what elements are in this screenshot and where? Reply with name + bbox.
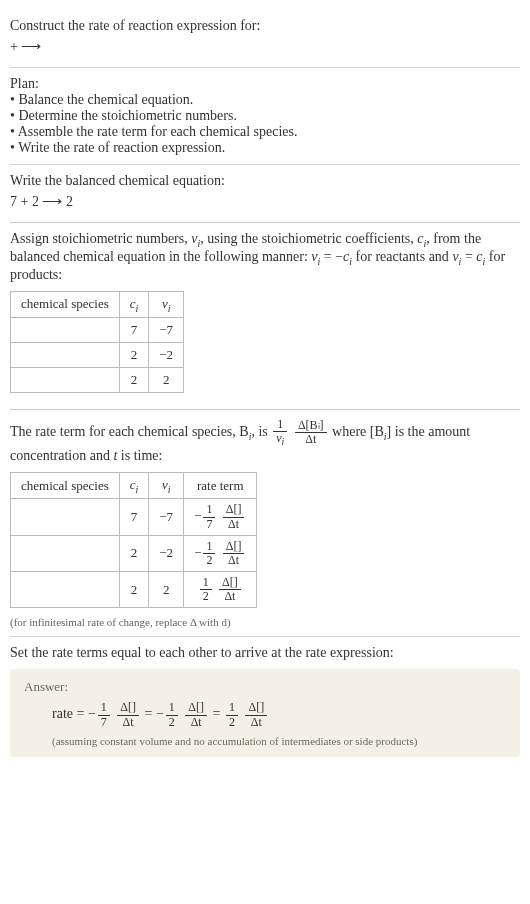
cell-nu: −2 xyxy=(149,343,184,368)
cell-rateterm: −17 Δ[]Δt xyxy=(184,499,257,535)
cell-rateterm: 12 Δ[]Δt xyxy=(184,572,257,608)
cell-c: 2 xyxy=(119,368,149,393)
table-row: 2 2 xyxy=(11,368,184,393)
frac-den: 7 xyxy=(203,518,215,531)
prompt-equation: + ⟶ xyxy=(10,38,520,55)
answer-note: (assuming constant volume and no accumul… xyxy=(24,735,506,747)
col-species: chemical species xyxy=(11,472,120,499)
frac-den: Δt xyxy=(245,716,267,729)
text: , is xyxy=(251,424,271,439)
text: , using the stoichiometric coefficients, xyxy=(200,231,417,246)
frac-num: Δ[] xyxy=(223,540,245,554)
fraction: 12 xyxy=(166,701,178,728)
fraction: Δ[]Δt xyxy=(219,576,241,603)
frac-den: 2 xyxy=(203,554,215,567)
plan-section: Plan: • Balance the chemical equation. •… xyxy=(10,68,520,165)
prompt-line1: Construct the rate of reaction expressio… xyxy=(10,18,520,34)
frac-den: νi xyxy=(273,432,287,447)
fraction: 12 xyxy=(200,576,212,603)
answer-title: Answer: xyxy=(24,679,506,695)
plan-item: • Balance the chemical equation. xyxy=(10,92,520,108)
rateterm-section: The rate term for each chemical species,… xyxy=(10,410,520,637)
table-row: 2 2 12 Δ[]Δt xyxy=(11,572,257,608)
balanced-equation: 7 + 2 ⟶ 2 xyxy=(10,193,520,210)
equals: = xyxy=(145,706,156,721)
frac-den: 2 xyxy=(226,716,238,729)
frac-den: Δt xyxy=(185,716,207,729)
sub-i: i xyxy=(168,302,171,313)
stoich-intro: Assign stoichiometric numbers, νi, using… xyxy=(10,231,520,283)
balance-title: Write the balanced chemical equation: xyxy=(10,173,520,189)
frac-num: 1 xyxy=(200,576,212,590)
cell-species xyxy=(11,343,120,368)
frac-num: Δ[] xyxy=(223,503,245,517)
text: is time: xyxy=(117,448,162,463)
cell-species xyxy=(11,499,120,535)
equals: = xyxy=(213,706,224,721)
frac-den: 2 xyxy=(166,716,178,729)
frac-num: Δ[] xyxy=(245,701,267,715)
frac-num: 1 xyxy=(203,503,215,517)
cell-nu: 2 xyxy=(149,368,184,393)
frac-den: Δt xyxy=(219,590,241,603)
text: where [B xyxy=(332,424,384,439)
col-rateterm: rate term xyxy=(184,472,257,499)
fraction: 12 xyxy=(226,701,238,728)
rateterm-table: chemical species ci νi rate term 7 −7 −1… xyxy=(10,472,257,609)
frac-num: Δ[] xyxy=(219,576,241,590)
text: = xyxy=(461,249,476,264)
table-row: 7 −7 xyxy=(11,318,184,343)
text: Assign stoichiometric numbers, xyxy=(10,231,191,246)
rate-label: rate = xyxy=(52,706,88,721)
table-row: 2 −2 −12 Δ[]Δt xyxy=(11,535,257,571)
stoich-table: chemical species ci νi 7 −7 2 −2 2 2 xyxy=(10,291,184,394)
table-header-row: chemical species ci νi xyxy=(11,291,184,318)
frac-num: 1 xyxy=(273,418,287,432)
cell-c: 7 xyxy=(119,499,149,535)
frac-num: 1 xyxy=(226,701,238,715)
fraction: 17 xyxy=(98,701,110,728)
table-header-row: chemical species ci νi rate term xyxy=(11,472,257,499)
cell-species xyxy=(11,572,120,608)
table-row: 2 −2 xyxy=(11,343,184,368)
frac-num: Δ[] xyxy=(117,701,139,715)
sub-i: i xyxy=(136,483,139,494)
text: The rate term for each chemical species,… xyxy=(10,424,249,439)
text: for reactants and xyxy=(352,249,452,264)
fraction: Δ[]Δt xyxy=(185,701,207,728)
cell-species xyxy=(11,318,120,343)
sign: − xyxy=(88,706,96,721)
cell-nu: −2 xyxy=(149,535,184,571)
col-nui: νi xyxy=(149,472,184,499)
col-nui: νi xyxy=(149,291,184,318)
final-title: Set the rate terms equal to each other t… xyxy=(10,645,520,661)
plan-item: • Determine the stoichiometric numbers. xyxy=(10,108,520,124)
fraction: Δ[]Δt xyxy=(117,701,139,728)
fraction: Δ[]Δt xyxy=(223,540,245,567)
table-row: 7 −7 −17 Δ[]Δt xyxy=(11,499,257,535)
fraction: Δ[]Δt xyxy=(223,503,245,530)
answer-expression: rate = −17 Δ[]Δt = −12 Δ[]Δt = 12 Δ[]Δt xyxy=(24,701,506,728)
plan-title: Plan: xyxy=(10,76,520,92)
cell-species xyxy=(11,535,120,571)
cell-species xyxy=(11,368,120,393)
frac-den: Δt xyxy=(295,433,327,446)
fraction: Δ[]Δt xyxy=(245,701,267,728)
cell-c: 2 xyxy=(119,572,149,608)
cell-nu: −7 xyxy=(149,318,184,343)
answer-box: Answer: rate = −17 Δ[]Δt = −12 Δ[]Δt = 1… xyxy=(10,669,520,756)
fraction: 12 xyxy=(203,540,215,567)
frac-den: 2 xyxy=(200,590,212,603)
frac-num: 1 xyxy=(166,701,178,715)
frac-den: 7 xyxy=(98,716,110,729)
frac-num: Δ[] xyxy=(185,701,207,715)
cell-rateterm: −12 Δ[]Δt xyxy=(184,535,257,571)
rateterm-caption: (for infinitesimal rate of change, repla… xyxy=(10,616,520,628)
balance-section: Write the balanced chemical equation: 7 … xyxy=(10,165,520,223)
stoich-section: Assign stoichiometric numbers, νi, using… xyxy=(10,223,520,410)
cell-c: 2 xyxy=(119,343,149,368)
text: = − xyxy=(320,249,343,264)
frac-num: 1 xyxy=(203,540,215,554)
cell-nu: −7 xyxy=(149,499,184,535)
cell-nu: 2 xyxy=(149,572,184,608)
